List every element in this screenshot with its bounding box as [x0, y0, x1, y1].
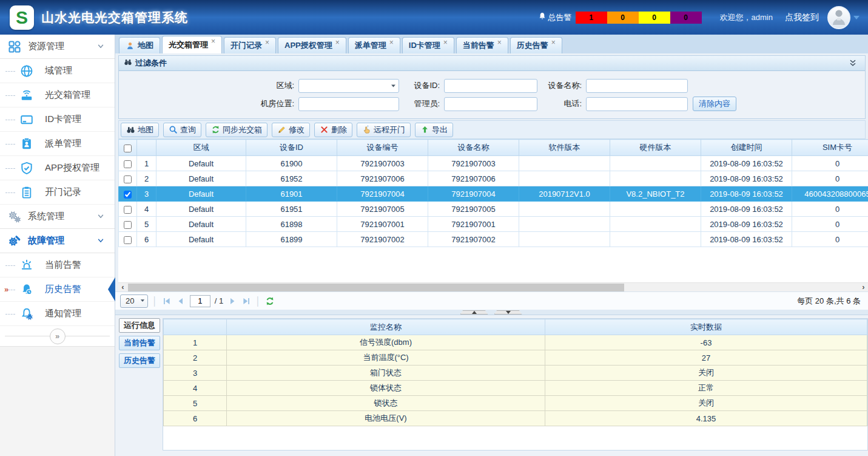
refresh-icon[interactable] [265, 296, 275, 306]
sidebar-section-2[interactable]: 故障管理 [0, 229, 115, 253]
column-header[interactable]: SIM卡号 [792, 140, 868, 156]
sidebar-item-0-5[interactable]: 开门记录 [0, 180, 115, 205]
region-select[interactable] [298, 79, 399, 93]
monitor-row-3[interactable]: 3箱门状态关闭 [164, 366, 867, 381]
page-summary: 每页 20 条,共 6 条 [797, 296, 861, 307]
alarm-summary[interactable]: 总告警 1000 [537, 12, 702, 24]
table-row-2[interactable]: 2Default61952792190700679219070062019-08… [119, 171, 868, 186]
double-chevron-down-icon[interactable] [848, 58, 858, 68]
sidebar-item-0-1[interactable]: 光交箱管理 [0, 83, 115, 107]
table-row-3[interactable]: 3Default61901792190700479219070042019071… [119, 186, 868, 202]
filter-input[interactable] [586, 79, 688, 93]
cell-device_name: 7921907003 [428, 156, 519, 171]
row-checkbox[interactable] [124, 191, 132, 199]
avatar[interactable] [827, 6, 850, 29]
sidebar-collapse-button[interactable]: » [50, 328, 66, 344]
row-checkbox[interactable] [124, 221, 132, 229]
tab-7[interactable]: 历史告警× [510, 37, 562, 53]
monitor-row-2[interactable]: 2当前温度(°C)27 [164, 350, 867, 366]
row-checkbox[interactable] [124, 160, 132, 168]
tab-1[interactable]: 光交箱管理× [162, 36, 222, 53]
column-header[interactable]: 设备ID [246, 140, 337, 156]
sidebar-item-label: ID卡管理 [45, 114, 81, 125]
toolbar-button-5[interactable]: 远程开门 [357, 123, 411, 137]
column-header[interactable]: 硬件版本 [610, 140, 701, 156]
alarm-count-1[interactable]: 0 [607, 12, 639, 24]
splitter-up-handle[interactable] [460, 310, 488, 315]
scrollbar-thumb[interactable] [128, 284, 624, 291]
tab-3[interactable]: APP授权管理× [278, 37, 346, 53]
tab-5[interactable]: ID卡管理× [402, 37, 454, 53]
monitor-row-1[interactable]: 1信号强度(dbm)-63 [164, 335, 867, 350]
table-row-1[interactable]: 1Default61900792190700379219070032019-08… [119, 156, 868, 171]
tab-2[interactable]: 开门记录× [224, 37, 276, 53]
column-header[interactable]: 设备名称 [428, 140, 519, 156]
monitor-row-4[interactable]: 4锁体状态正常 [164, 381, 867, 396]
last-page-icon[interactable] [241, 296, 251, 306]
monitor-row-5[interactable]: 5锁状态关闭 [164, 396, 867, 411]
monitor-row-6[interactable]: 6电池电压(V)4.135 [164, 411, 867, 426]
sidebar-item-2-2[interactable]: 通知管理 [0, 302, 115, 326]
toolbar-button-4[interactable]: 删除 [314, 123, 352, 137]
close-icon[interactable]: × [389, 39, 394, 46]
signin-link[interactable]: 点我签到 [785, 12, 819, 23]
filter-input[interactable] [298, 97, 399, 111]
filter-input[interactable] [586, 97, 688, 111]
page-number-input[interactable] [190, 295, 210, 307]
column-header[interactable]: 区域 [156, 140, 246, 156]
row-checkbox[interactable] [124, 206, 132, 214]
chevron-down-icon[interactable] [853, 16, 860, 19]
tab-4[interactable]: 派单管理× [348, 37, 400, 53]
sidebar-section-1[interactable]: 系统管理 [0, 205, 115, 229]
table-row-5[interactable]: 5Default61898792190700179219070012019-08… [119, 217, 868, 232]
horizontal-scrollbar[interactable]: ‹ › [118, 282, 868, 291]
select-all-checkbox[interactable] [124, 145, 132, 152]
toolbar-button-2[interactable]: 同步光交箱 [206, 123, 267, 137]
table-row-4[interactable]: 4Default61951792190700579219070052019-08… [119, 202, 868, 217]
toolbar-button-3[interactable]: 修改 [272, 123, 310, 137]
bottom-tab-1[interactable]: 当前告警 [119, 336, 160, 350]
close-icon[interactable]: × [443, 39, 448, 46]
table-row-6[interactable]: 6Default61899792190700279219070022019-08… [119, 232, 868, 247]
sidebar-item-2-1[interactable]: »历史告警 [0, 277, 115, 302]
close-icon[interactable]: × [335, 39, 340, 46]
scroll-right-icon[interactable]: › [859, 283, 868, 292]
pagination-bar: 20 │ / 1 │ 每页 20 条,共 6 条 [115, 291, 868, 310]
sidebar-section-0[interactable]: 资源管理 [0, 35, 115, 59]
first-page-icon[interactable] [162, 296, 172, 306]
sidebar-item-0-4[interactable]: APP授权管理 [0, 156, 115, 180]
close-icon[interactable]: × [497, 39, 502, 46]
alarm-count-2[interactable]: 0 [639, 12, 670, 24]
bottom-tab-2[interactable]: 历史告警 [119, 353, 160, 368]
scroll-left-icon[interactable]: ‹ [118, 283, 127, 292]
close-icon[interactable]: × [211, 38, 215, 45]
sidebar-item-0-0[interactable]: 域管理 [0, 59, 115, 83]
toolbar-button-1[interactable]: 查询 [163, 123, 201, 137]
tab-6[interactable]: 当前告警× [456, 37, 508, 53]
filter-input[interactable] [444, 79, 537, 93]
toolbar-button-6[interactable]: 导出 [415, 123, 453, 137]
page-size-select[interactable]: 20 [120, 294, 148, 308]
column-header[interactable]: 设备编号 [337, 140, 428, 156]
prev-page-icon[interactable] [176, 296, 186, 306]
row-number: 2 [137, 171, 156, 186]
filter-header[interactable]: 过滤条件 [119, 56, 865, 71]
tab-0[interactable]: 地图 [119, 37, 160, 53]
alarm-count-3[interactable]: 0 [670, 12, 702, 24]
next-page-icon[interactable] [227, 296, 237, 306]
row-checkbox[interactable] [124, 175, 132, 183]
alarm-count-0[interactable]: 1 [576, 12, 607, 24]
clear-button[interactable]: 清除内容 [693, 97, 736, 111]
splitter-down-handle[interactable] [494, 310, 522, 315]
sidebar-item-0-3[interactable]: 派单管理 [0, 132, 115, 156]
column-header[interactable]: 软件版本 [519, 140, 610, 156]
filter-input[interactable] [444, 97, 537, 111]
close-icon[interactable]: × [551, 39, 556, 46]
bottom-tab-0[interactable]: 运行信息 [119, 318, 160, 333]
sidebar-item-2-0[interactable]: 当前告警 [0, 253, 115, 277]
column-header[interactable]: 创建时间 [701, 140, 792, 156]
close-icon[interactable]: × [265, 39, 269, 46]
toolbar-button-0[interactable]: 地图 [121, 123, 159, 137]
row-checkbox[interactable] [124, 236, 132, 244]
sidebar-item-0-2[interactable]: ID卡管理 [0, 107, 115, 132]
